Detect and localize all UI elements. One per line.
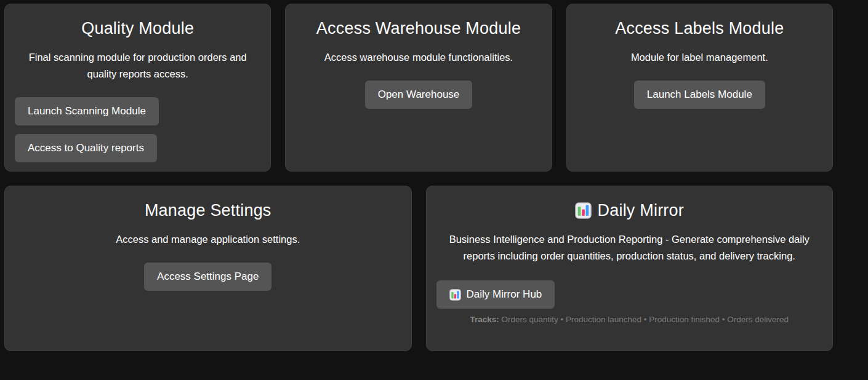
launch-scanning-module-button[interactable]: Launch Scanning Module [15,97,159,125]
settings-button-wrap: Access Settings Page [15,263,401,291]
open-warehouse-button[interactable]: Open Warehouse [365,81,473,109]
bar-chart-icon [449,289,461,301]
card-daily-mirror: Daily Mirror Business Intelligence and P… [426,186,834,351]
access-quality-reports-button[interactable]: Access to Quality reports [15,134,157,162]
tracks-label: Tracks: [470,315,499,324]
manage-settings-description: Access and manage application settings. [15,231,401,248]
modules-row-bottom: Manage Settings Access and manage applic… [4,186,833,351]
access-settings-page-button[interactable]: Access Settings Page [144,263,271,291]
quality-module-description: Final scanning module for production ord… [15,49,260,82]
card-labels-module: Access Labels Module Module for label ma… [566,4,833,172]
daily-mirror-tracks-line: Tracks: Orders quantity • Production lau… [436,315,823,324]
labels-module-description: Module for label management. [577,49,822,66]
modules-dashboard: Quality Module Final scanning module for… [4,4,833,351]
manage-settings-title: Manage Settings [15,201,401,220]
quality-module-buttons: Launch Scanning Module Access to Quality… [15,97,260,162]
warehouse-module-description: Access warehouse module functionalities. [295,49,541,66]
warehouse-module-title: Access Warehouse Module [295,19,541,38]
daily-mirror-title-row: Daily Mirror [436,201,823,220]
warehouse-button-wrap: Open Warehouse [295,81,541,109]
daily-mirror-title: Daily Mirror [598,201,684,220]
daily-mirror-hub-button[interactable]: Daily Mirror Hub [436,280,555,309]
labels-module-title: Access Labels Module [577,19,822,38]
bar-chart-icon [575,202,592,219]
labels-button-wrap: Launch Labels Module [577,81,822,109]
card-manage-settings: Manage Settings Access and manage applic… [4,186,412,351]
daily-mirror-description: Business Intelligence and Production Rep… [444,231,814,264]
quality-module-title: Quality Module [15,19,260,38]
tracks-items: Orders quantity • Production launched • … [501,315,789,324]
card-warehouse-module: Access Warehouse Module Access warehouse… [285,4,552,172]
card-quality-module: Quality Module Final scanning module for… [4,4,271,172]
daily-mirror-button-wrap: Daily Mirror Hub [436,280,823,309]
modules-row-top: Quality Module Final scanning module for… [4,4,833,172]
launch-labels-module-button[interactable]: Launch Labels Module [634,81,765,109]
daily-mirror-hub-button-label: Daily Mirror Hub [467,288,542,301]
